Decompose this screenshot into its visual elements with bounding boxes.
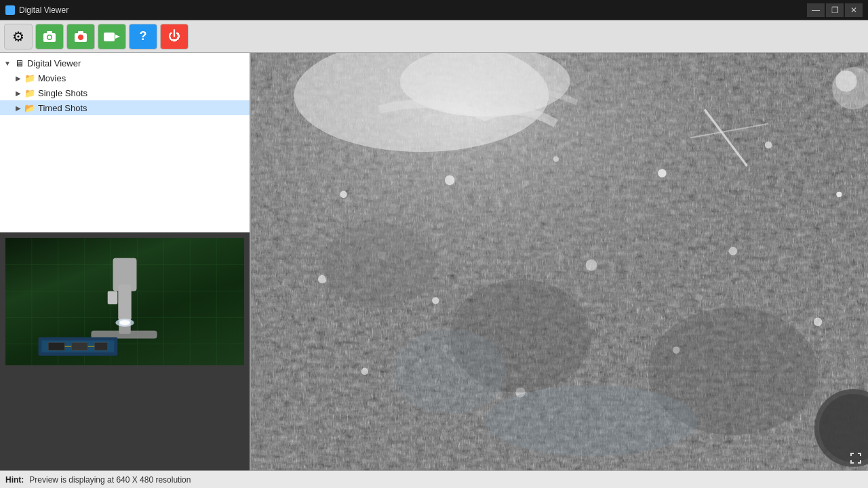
app-icon [5, 5, 15, 15]
tree-item-timed-shots[interactable]: ▶ 📂 Timed Shots [0, 100, 250, 115]
svg-rect-3 [47, 31, 52, 34]
app-title: Digital Viewer [19, 5, 68, 15]
tree-toggle-timed-shots[interactable]: ▶ [14, 103, 23, 113]
file-tree[interactable]: ▼ 🖥 Digital Viewer ▶ 📁 Movies ▶ 📁 Single… [0, 53, 250, 232]
left-panel: ▼ 🖥 Digital Viewer ▶ 📁 Movies ▶ 📁 Single… [0, 53, 251, 470]
folder-icon-movies: 📁 [24, 73, 35, 83]
title-bar: Digital Viewer — ❐ ✕ [0, 0, 868, 20]
svg-point-2 [48, 35, 52, 39]
camera-thumbnail[interactable] [4, 237, 245, 367]
close-button[interactable]: ✕ [845, 3, 863, 17]
svg-rect-7 [104, 33, 115, 41]
svg-rect-32 [94, 342, 107, 350]
minimize-button[interactable]: — [807, 3, 825, 17]
svg-rect-27 [108, 291, 118, 304]
svg-rect-64 [251, 53, 868, 470]
tree-item-movies[interactable]: ▶ 📁 Movies [0, 70, 250, 85]
capture-button[interactable] [35, 24, 64, 49]
power-button[interactable]: ⏻ [160, 24, 189, 49]
tree-label-single-shots: Single Shots [38, 88, 87, 98]
title-text: Digital Viewer [5, 5, 68, 15]
video-button[interactable] [98, 24, 126, 49]
fullscreen-icon[interactable] [849, 451, 863, 465]
record-button[interactable] [66, 24, 95, 49]
thumbnail-area [0, 232, 250, 470]
status-bar: Hint: Preview is displaying at 640 X 480… [0, 470, 868, 488]
svg-rect-30 [48, 342, 64, 350]
help-button[interactable]: ? [129, 24, 157, 49]
toolbar: ⚙ ? ⏻ [0, 20, 868, 53]
tree-label-movies: Movies [38, 73, 66, 83]
svg-point-26 [119, 320, 130, 325]
tree-toggle-single-shots[interactable]: ▶ [14, 88, 23, 98]
tree-label-timed-shots: Timed Shots [38, 103, 87, 113]
tree-toggle-movies[interactable]: ▶ [14, 73, 23, 83]
settings-button[interactable]: ⚙ [4, 24, 33, 49]
folder-icon-single-shots: 📁 [24, 88, 35, 98]
tree-toggle-root[interactable]: ▼ [3, 58, 12, 68]
window-controls: — ❐ ✕ [807, 3, 863, 17]
status-message: Preview is displaying at 640 X 480 resol… [29, 475, 191, 485]
svg-rect-31 [71, 342, 87, 350]
preview-canvas [251, 53, 868, 470]
preview-panel [251, 53, 868, 470]
hint-label: Hint: [5, 475, 24, 485]
svg-point-5 [78, 35, 83, 40]
svg-marker-8 [115, 35, 120, 39]
tree-item-single-shots[interactable]: ▶ 📁 Single Shots [0, 85, 250, 100]
preview-view [251, 53, 868, 470]
computer-icon: 🖥 [14, 58, 24, 68]
tree-root-label: Digital Viewer [27, 58, 81, 68]
main-content: ▼ 🖥 Digital Viewer ▶ 📁 Movies ▶ 📁 Single… [0, 53, 868, 470]
restore-button[interactable]: ❐ [826, 3, 844, 17]
folder-icon-timed-shots: 📂 [24, 103, 35, 113]
svg-rect-24 [118, 285, 131, 321]
svg-rect-6 [78, 31, 83, 34]
tree-item-root[interactable]: ▼ 🖥 Digital Viewer [0, 56, 250, 70]
